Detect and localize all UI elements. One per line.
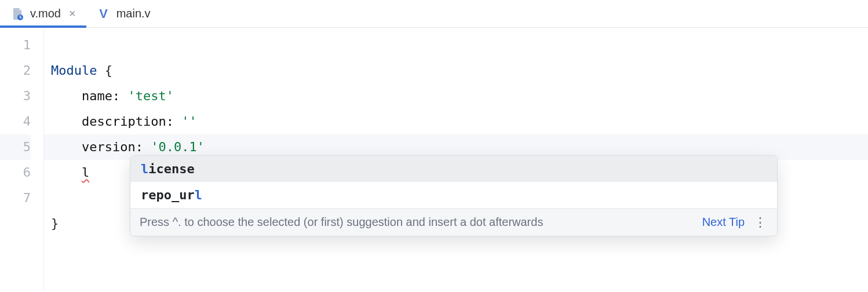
more-options-icon[interactable]: ⋮ — [753, 216, 768, 229]
brace: } — [51, 216, 59, 231]
autocomplete-popup: license repo_url Press ^. to choose the … — [130, 155, 778, 236]
v-file-icon: V — [97, 7, 111, 21]
hint-text: Press ^. to choose the selected (or firs… — [140, 216, 694, 229]
vmod-file-icon — [10, 7, 24, 21]
line-number: 3 — [0, 83, 31, 109]
line-number: 2 — [0, 58, 31, 83]
tab-mainv[interactable]: V main.v — [86, 0, 161, 27]
tab-label: main.v — [116, 7, 151, 20]
line-number: 1 — [0, 32, 31, 58]
prop-name: name — [82, 89, 112, 103]
string-value: '' — [181, 114, 197, 129]
string-value: '0.0.1' — [151, 140, 205, 154]
tab-label: v.mod — [30, 7, 61, 20]
item-rest: icense — [148, 162, 194, 176]
prop-description: description — [82, 114, 166, 129]
string-value: 'test' — [127, 89, 173, 103]
autocomplete-item-license[interactable]: license — [130, 156, 777, 182]
autocomplete-item-repo-url[interactable]: repo_url — [130, 182, 777, 208]
match-fragment: l — [141, 162, 148, 176]
line-number: 6 — [0, 160, 31, 185]
match-fragment: l — [195, 188, 202, 202]
line-number: 5 — [0, 134, 31, 160]
brace: { — [97, 63, 112, 78]
line-number: 7 — [0, 185, 31, 211]
code-area[interactable]: Module { name: 'test' description: '' ve… — [44, 28, 868, 292]
tab-vmod[interactable]: v.mod × — [0, 0, 86, 27]
gutter: 1 2 3 4 5 6 7 — [0, 28, 44, 292]
tab-bar: v.mod × V main.v — [0, 0, 868, 28]
prop-version: version — [82, 140, 136, 154]
keyword-module: Module — [51, 63, 97, 78]
typed-partial: l — [82, 165, 89, 180]
autocomplete-footer: Press ^. to choose the selected (or firs… — [130, 208, 777, 236]
line-number: 4 — [0, 109, 31, 134]
item-rest: repo_ur — [141, 188, 195, 202]
editor: 1 2 3 4 5 6 7 Module { name: 'test' desc… — [0, 28, 868, 292]
next-tip-link[interactable]: Next Tip — [702, 216, 745, 229]
close-icon[interactable]: × — [67, 7, 76, 20]
